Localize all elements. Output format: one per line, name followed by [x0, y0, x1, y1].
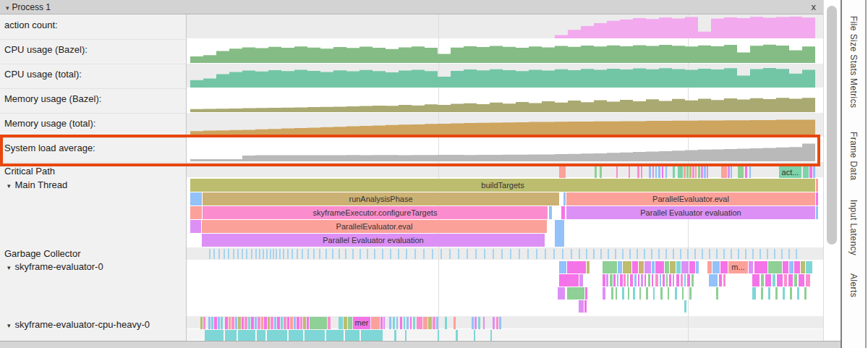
slice[interactable] — [493, 317, 495, 329]
slice[interactable] — [558, 287, 565, 300]
slice[interactable] — [655, 274, 658, 287]
slice[interactable] — [644, 261, 651, 273]
slice[interactable] — [545, 249, 546, 259]
slice[interactable] — [660, 287, 663, 300]
slice[interactable] — [211, 317, 213, 329]
slice-parallelevaluator-eval[interactable]: ParallelEvaluator.eval — [566, 192, 815, 205]
slice[interactable] — [749, 261, 753, 273]
slice[interactable] — [200, 317, 203, 329]
slice[interactable] — [623, 261, 631, 273]
slice[interactable] — [765, 274, 771, 287]
slice[interactable] — [658, 166, 660, 178]
slice[interactable] — [536, 249, 537, 259]
slice[interactable] — [648, 274, 650, 287]
slice[interactable] — [472, 317, 474, 329]
slice[interactable] — [302, 249, 303, 259]
slice[interactable] — [410, 317, 412, 329]
slice[interactable] — [380, 317, 383, 329]
slice[interactable] — [229, 317, 231, 329]
slice[interactable] — [632, 261, 638, 273]
slice[interactable] — [666, 274, 668, 287]
slice[interactable] — [816, 179, 818, 192]
slice[interactable] — [689, 166, 692, 178]
slice[interactable] — [745, 166, 747, 178]
slice[interactable] — [428, 317, 432, 329]
slice[interactable] — [190, 192, 202, 205]
slice[interactable] — [774, 249, 775, 259]
slice[interactable] — [221, 317, 223, 329]
slice[interactable] — [678, 166, 683, 178]
slice[interactable] — [374, 249, 375, 259]
collapse-arrow-icon[interactable]: ▾ — [7, 322, 11, 329]
slice[interactable] — [313, 249, 315, 259]
slice[interactable] — [258, 317, 260, 329]
slice[interactable] — [297, 317, 299, 329]
slice[interactable] — [689, 287, 692, 300]
slice[interactable] — [490, 330, 492, 341]
slice[interactable] — [438, 330, 439, 341]
slice[interactable] — [799, 274, 804, 287]
slice[interactable] — [624, 274, 626, 287]
slice[interactable] — [287, 317, 289, 329]
slice[interactable] — [493, 249, 494, 259]
slice[interactable] — [339, 249, 340, 259]
slice[interactable] — [496, 317, 498, 329]
slice[interactable] — [680, 249, 681, 259]
slice[interactable] — [687, 274, 690, 287]
slice[interactable] — [630, 274, 633, 287]
slice[interactable] — [673, 249, 674, 259]
slice[interactable] — [475, 317, 477, 329]
slice[interactable] — [684, 166, 686, 178]
slice[interactable] — [797, 287, 799, 300]
slice[interactable] — [707, 261, 712, 273]
slice[interactable] — [637, 249, 638, 259]
slice[interactable] — [257, 330, 265, 341]
close-icon[interactable]: x — [812, 1, 817, 12]
slice[interactable] — [684, 300, 686, 313]
slice[interactable] — [701, 166, 703, 178]
slice[interactable] — [668, 287, 669, 300]
slice[interactable] — [559, 274, 579, 287]
slice[interactable] — [390, 249, 391, 259]
tab-alerts[interactable]: Alerts — [848, 273, 859, 297]
slice[interactable] — [663, 274, 665, 287]
slice[interactable] — [634, 274, 637, 287]
slice[interactable] — [190, 220, 201, 233]
slice-skyframeexecutor-configuretargets[interactable]: skyframeExecutor.configureTargets — [203, 206, 548, 219]
slice[interactable] — [628, 287, 629, 300]
slice[interactable] — [761, 274, 764, 287]
slice[interactable] — [287, 249, 289, 259]
slice[interactable] — [467, 249, 468, 259]
slice[interactable] — [359, 249, 361, 259]
slice[interactable] — [345, 330, 359, 341]
slice[interactable] — [433, 317, 435, 329]
slice[interactable] — [728, 166, 730, 178]
slice[interactable] — [600, 166, 602, 178]
slice[interactable] — [238, 330, 255, 341]
slice[interactable] — [218, 317, 220, 329]
slice[interactable] — [804, 287, 807, 300]
slice[interactable] — [224, 249, 225, 259]
slice[interactable] — [813, 166, 815, 178]
tab-metrics[interactable]: Metrics — [848, 78, 859, 108]
slice[interactable] — [731, 249, 732, 259]
slice[interactable] — [660, 274, 661, 287]
slice[interactable] — [682, 287, 684, 300]
slice[interactable] — [767, 249, 768, 259]
slice[interactable] — [414, 249, 416, 259]
slice[interactable] — [788, 249, 790, 259]
slice[interactable] — [686, 166, 689, 178]
slice[interactable] — [639, 261, 644, 273]
slice[interactable] — [242, 317, 244, 329]
slice-m[interactable]: m... — [728, 261, 748, 273]
slice[interactable] — [806, 261, 812, 273]
tab-file-size-stats[interactable]: File Size Stats — [848, 16, 859, 76]
slice[interactable] — [586, 249, 587, 259]
slice[interactable] — [694, 249, 696, 259]
slice[interactable] — [702, 249, 703, 259]
slice[interactable] — [651, 249, 652, 259]
slice[interactable] — [251, 249, 252, 259]
slice[interactable] — [641, 166, 642, 178]
slice[interactable] — [721, 166, 727, 178]
slice[interactable] — [692, 166, 694, 178]
